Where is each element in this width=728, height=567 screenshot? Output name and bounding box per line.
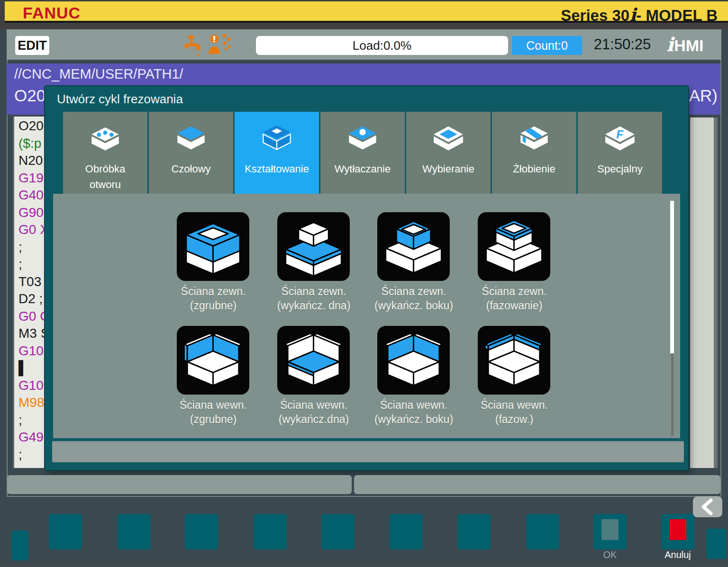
dialog-scrollbar-thumb[interactable] xyxy=(670,201,674,353)
tab-label: Wybieranie xyxy=(406,161,491,177)
collapse-softkeys-button[interactable] xyxy=(693,496,722,517)
code-line: O20 xyxy=(18,118,44,134)
tab-label: Specjalny xyxy=(578,161,662,177)
dialog-title: Utwórz cykl frezowania xyxy=(57,92,183,107)
cycle-tile-outer-side-finish[interactable] xyxy=(377,212,450,281)
dialog-message-bar xyxy=(52,441,684,462)
text-cursor: ▌ xyxy=(18,360,28,376)
message-bar-right xyxy=(354,475,720,494)
inner-wall-rough-icon xyxy=(181,330,246,391)
cycle-tile-inner-side-finish[interactable] xyxy=(377,326,450,395)
series-model-label: Series 30i- MODEL B xyxy=(561,4,718,25)
facing-iso-icon xyxy=(173,122,209,153)
outer-wall-chamfer-icon xyxy=(482,216,546,277)
special-iso-icon: F xyxy=(602,122,637,153)
cycle-tile-outer-bottom-finish[interactable] xyxy=(277,212,350,281)
hole-machining-iso-icon xyxy=(88,122,123,153)
tab-obrobka-otworu[interactable]: Obróbka otworu xyxy=(63,112,147,194)
message-bar-left xyxy=(7,475,352,494)
code-line: ; xyxy=(18,257,22,272)
program-number: O20 xyxy=(14,86,46,105)
inner-wall-chamfer-icon xyxy=(482,330,546,391)
code-line: G19 xyxy=(18,171,44,186)
cycle-tile-outer-chamfer[interactable] xyxy=(478,212,550,281)
softkey-blank-2[interactable] xyxy=(118,514,151,549)
inner-wall-bottom-finish-icon xyxy=(281,330,346,391)
dialog-scrollbar-track xyxy=(671,353,673,436)
tab-wybieranie[interactable]: Wybieranie xyxy=(406,112,491,194)
cancel-key-face xyxy=(669,519,686,540)
code-line: M3 S xyxy=(18,326,48,341)
pocketing-iso-icon xyxy=(431,122,466,153)
tab-specjalny[interactable]: F Specjalny xyxy=(578,112,662,194)
code-line: ($:p xyxy=(18,136,41,151)
softkey-ok[interactable] xyxy=(593,514,627,549)
outer-wall-side-finish-icon xyxy=(381,216,446,277)
inner-wall-side-finish-icon xyxy=(381,330,446,391)
svg-text:F: F xyxy=(616,128,624,141)
tile-label: Ściana zewn.(wykańcz. boku) xyxy=(357,284,471,313)
tab-label: Obróbka otworu xyxy=(63,161,147,192)
mode-indicator[interactable]: EDIT xyxy=(15,36,49,55)
contouring-iso-icon xyxy=(259,122,294,153)
coolant-icon xyxy=(181,35,203,56)
code-line: N20 xyxy=(18,153,43,168)
softkey-cancel[interactable] xyxy=(661,514,694,549)
outer-wall-rough-icon xyxy=(181,216,246,277)
tile-label: Ściana wewn.(zgrubne) xyxy=(156,398,270,426)
cycle-tile-inner-bottom-finish[interactable] xyxy=(277,326,350,395)
code-line: G10 xyxy=(18,378,44,393)
operator-alarm-icon xyxy=(206,32,232,58)
cnc-path: //CNC_MEM/USER/PATH1/ xyxy=(14,66,183,82)
outer-wall-bottom-finish-icon xyxy=(281,216,346,277)
code-line: ; xyxy=(18,447,22,462)
code-line: G90 xyxy=(18,205,44,220)
embossing-iso-icon xyxy=(345,122,380,153)
softkey-edge[interactable] xyxy=(11,531,28,560)
milling-cycle-dialog: Utwórz cykl frezowania Obróbka otworu Cz… xyxy=(45,86,688,470)
softkey-blank-6[interactable] xyxy=(390,514,423,549)
code-line: G0 X xyxy=(18,222,48,237)
cycle-tile-inner-rough[interactable] xyxy=(177,326,249,395)
tile-label: Ściana zewn.(wykańcz. dna) xyxy=(257,284,371,313)
tile-label: Ściana wewn.(fazow.) xyxy=(457,398,571,426)
tile-label: Ściana wewn.(wykańcz. boku) xyxy=(357,398,471,426)
code-line: G0 C xyxy=(18,309,48,324)
status-bar: EDIT Load:0.0% Count:0 21:50:25 iHMI xyxy=(7,29,721,60)
parts-count-button[interactable]: Count:0 xyxy=(512,36,582,55)
ihmi-logo: iHMI xyxy=(666,33,704,55)
tab-label: Kształtowanie xyxy=(235,161,319,177)
softkey-right-edge[interactable] xyxy=(706,529,726,559)
tab-czolowy[interactable]: Czołowy xyxy=(149,112,233,194)
program-editor[interactable]: O20 ($:p N20 G19 G40 G90 G0 X ; ; T03 D2… xyxy=(13,117,48,468)
fanuc-ihmi-screen: FANUC Series 30i- MODEL B EDIT Load:0. xyxy=(0,0,728,567)
tile-label: Ściana wewn.(wykańcz.dna) xyxy=(257,398,371,426)
softkey-blank-5[interactable] xyxy=(321,514,355,549)
tab-label: Wytłaczanie xyxy=(320,161,405,177)
code-line: ; xyxy=(18,413,22,428)
tab-label: Czołowy xyxy=(149,161,233,177)
chevron-left-icon xyxy=(693,496,722,517)
softkey-blank-7[interactable] xyxy=(457,514,491,549)
softkey-blank-4[interactable] xyxy=(254,514,287,549)
code-line: T03 xyxy=(18,274,41,289)
tile-label: Ściana zewn.(zgrubne) xyxy=(156,284,270,313)
ok-key-face xyxy=(601,519,619,540)
softkey-blank-3[interactable] xyxy=(185,514,218,549)
brand-strip: FANUC Series 30i- MODEL B xyxy=(5,1,728,23)
cycle-tile-inner-chamfer[interactable] xyxy=(478,326,550,395)
softkey-blank-1[interactable] xyxy=(49,514,82,549)
editor-scrollbar[interactable] xyxy=(714,117,718,468)
editor-right-margin xyxy=(690,117,714,468)
ok-label: OK xyxy=(593,549,627,560)
code-line: G40 xyxy=(18,188,44,203)
tile-label: Ściana zewn.(fazowanie) xyxy=(457,284,571,313)
code-line: ; xyxy=(18,240,22,255)
cycle-tile-outer-rough[interactable] xyxy=(177,212,249,281)
code-line: M98 xyxy=(18,395,44,410)
tab-zlobienie[interactable]: Żłobienie xyxy=(492,112,576,194)
tab-ksztaltowanie[interactable]: Kształtowanie xyxy=(235,112,319,194)
softkey-blank-8[interactable] xyxy=(526,514,559,549)
grooving-iso-icon xyxy=(517,122,552,153)
tab-wytlaczanie[interactable]: Wytłaczanie xyxy=(320,112,405,194)
